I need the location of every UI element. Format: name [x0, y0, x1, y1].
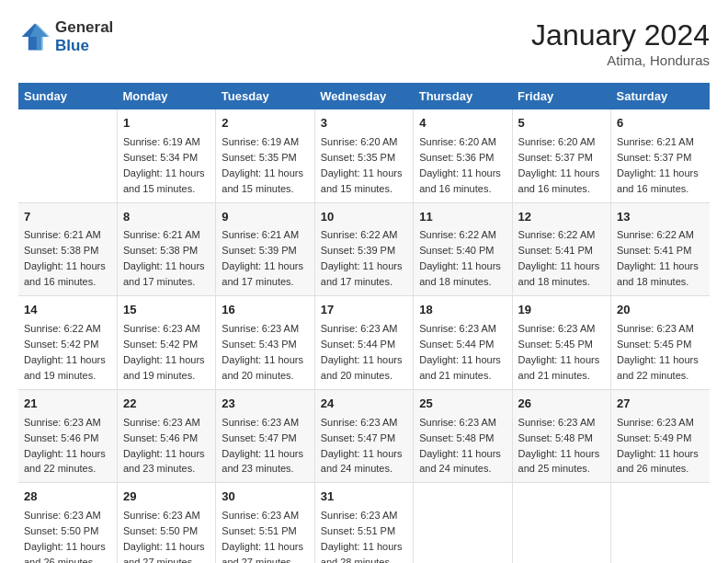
header-row: Sunday Monday Tuesday Wednesday Thursday… — [18, 83, 710, 109]
cell-details: Sunrise: 6:19 AMSunset: 5:35 PMDaylight:… — [222, 136, 303, 194]
cell-details: Sunrise: 6:23 AMSunset: 5:46 PMDaylight:… — [123, 417, 205, 475]
cell-details: Sunrise: 6:23 AMSunset: 5:50 PMDaylight:… — [24, 510, 106, 563]
calendar-cell: 16Sunrise: 6:23 AMSunset: 5:43 PMDayligh… — [216, 296, 314, 390]
day-number: 23 — [222, 396, 308, 413]
calendar-cell: 30Sunrise: 6:23 AMSunset: 5:51 PMDayligh… — [216, 483, 314, 563]
calendar-cell: 3Sunrise: 6:20 AMSunset: 5:35 PMDaylight… — [314, 109, 413, 202]
day-number: 20 — [617, 302, 704, 319]
calendar-cell: 9Sunrise: 6:21 AMSunset: 5:39 PMDaylight… — [216, 202, 314, 296]
calendar-cell: 21Sunrise: 6:23 AMSunset: 5:46 PMDayligh… — [18, 389, 117, 483]
cell-details: Sunrise: 6:22 AMSunset: 5:41 PMDaylight:… — [518, 229, 600, 287]
cell-details: Sunrise: 6:23 AMSunset: 5:47 PMDaylight:… — [222, 417, 303, 475]
calendar-cell: 15Sunrise: 6:23 AMSunset: 5:42 PMDayligh… — [117, 296, 215, 390]
calendar-cell: 28Sunrise: 6:23 AMSunset: 5:50 PMDayligh… — [18, 483, 117, 563]
cell-details: Sunrise: 6:20 AMSunset: 5:35 PMDaylight:… — [321, 136, 403, 194]
cell-details: Sunrise: 6:23 AMSunset: 5:50 PMDaylight:… — [123, 510, 205, 563]
day-number: 27 — [617, 396, 704, 413]
day-number: 4 — [419, 115, 506, 132]
calendar-cell: 10Sunrise: 6:22 AMSunset: 5:39 PMDayligh… — [314, 202, 413, 296]
calendar-cell — [512, 483, 610, 563]
day-number: 18 — [419, 302, 506, 319]
title-block: January 2024 Atima, Honduras — [531, 18, 710, 68]
calendar-row-3: 14Sunrise: 6:22 AMSunset: 5:42 PMDayligh… — [18, 296, 710, 390]
calendar-cell — [611, 483, 710, 563]
calendar-cell: 5Sunrise: 6:20 AMSunset: 5:37 PMDaylight… — [512, 109, 610, 202]
location: Atima, Honduras — [531, 52, 710, 68]
calendar-cell: 14Sunrise: 6:22 AMSunset: 5:42 PMDayligh… — [18, 296, 117, 390]
cell-details: Sunrise: 6:23 AMSunset: 5:49 PMDaylight:… — [617, 417, 699, 475]
calendar-header: Sunday Monday Tuesday Wednesday Thursday… — [18, 83, 710, 109]
calendar-row-1: 1Sunrise: 6:19 AMSunset: 5:34 PMDaylight… — [18, 109, 710, 202]
calendar-cell: 17Sunrise: 6:23 AMSunset: 5:44 PMDayligh… — [314, 296, 413, 390]
day-number: 21 — [24, 396, 111, 413]
day-number: 26 — [518, 396, 605, 413]
cell-details: Sunrise: 6:22 AMSunset: 5:39 PMDaylight:… — [321, 229, 403, 287]
calendar-cell: 12Sunrise: 6:22 AMSunset: 5:41 PMDayligh… — [512, 202, 610, 296]
col-thursday: Thursday — [414, 83, 512, 109]
col-sunday: Sunday — [18, 83, 117, 109]
calendar-row-5: 28Sunrise: 6:23 AMSunset: 5:50 PMDayligh… — [18, 483, 710, 563]
calendar-body: 1Sunrise: 6:19 AMSunset: 5:34 PMDaylight… — [18, 109, 710, 563]
day-number: 25 — [419, 396, 506, 413]
calendar-cell: 8Sunrise: 6:21 AMSunset: 5:38 PMDaylight… — [117, 202, 215, 296]
day-number: 30 — [222, 488, 308, 506]
cell-details: Sunrise: 6:23 AMSunset: 5:46 PMDaylight:… — [24, 417, 106, 475]
calendar-cell: 4Sunrise: 6:20 AMSunset: 5:36 PMDaylight… — [414, 109, 512, 202]
cell-details: Sunrise: 6:21 AMSunset: 5:38 PMDaylight:… — [123, 229, 205, 287]
calendar-cell: 2Sunrise: 6:19 AMSunset: 5:35 PMDaylight… — [216, 109, 314, 202]
page-header: General Blue January 2024 Atima, Hondura… — [18, 18, 710, 68]
day-number: 31 — [321, 488, 407, 506]
cell-details: Sunrise: 6:22 AMSunset: 5:40 PMDaylight:… — [419, 229, 501, 287]
cell-details: Sunrise: 6:23 AMSunset: 5:51 PMDaylight:… — [321, 510, 403, 563]
day-number: 19 — [518, 302, 605, 319]
calendar-cell: 31Sunrise: 6:23 AMSunset: 5:51 PMDayligh… — [314, 483, 413, 563]
logo-text: General Blue — [55, 18, 113, 54]
col-friday: Friday — [512, 83, 610, 109]
cell-details: Sunrise: 6:23 AMSunset: 5:42 PMDaylight:… — [123, 323, 205, 381]
day-number: 28 — [24, 488, 111, 506]
cell-details: Sunrise: 6:23 AMSunset: 5:51 PMDaylight:… — [222, 510, 303, 563]
calendar-row-2: 7Sunrise: 6:21 AMSunset: 5:38 PMDaylight… — [18, 202, 710, 296]
calendar-cell: 18Sunrise: 6:23 AMSunset: 5:44 PMDayligh… — [414, 296, 512, 390]
logo-icon — [18, 20, 51, 53]
month-year: January 2024 — [531, 18, 710, 52]
day-number: 22 — [123, 396, 210, 413]
day-number: 6 — [617, 115, 704, 132]
cell-details: Sunrise: 6:21 AMSunset: 5:39 PMDaylight:… — [222, 229, 303, 287]
cell-details: Sunrise: 6:23 AMSunset: 5:44 PMDaylight:… — [419, 323, 501, 381]
day-number: 17 — [321, 302, 407, 319]
cell-details: Sunrise: 6:21 AMSunset: 5:38 PMDaylight:… — [24, 229, 106, 287]
day-number: 7 — [24, 209, 111, 226]
logo-blue: Blue — [55, 37, 89, 54]
calendar-cell — [18, 109, 117, 202]
day-number: 12 — [518, 209, 605, 226]
cell-details: Sunrise: 6:20 AMSunset: 5:36 PMDaylight:… — [419, 136, 501, 194]
calendar-cell: 26Sunrise: 6:23 AMSunset: 5:48 PMDayligh… — [512, 389, 610, 483]
cell-details: Sunrise: 6:19 AMSunset: 5:34 PMDaylight:… — [123, 136, 205, 194]
cell-details: Sunrise: 6:21 AMSunset: 5:37 PMDaylight:… — [617, 136, 699, 194]
day-number: 14 — [24, 302, 111, 319]
day-number: 10 — [321, 209, 407, 226]
day-number: 2 — [222, 115, 308, 132]
col-tuesday: Tuesday — [216, 83, 314, 109]
calendar-table: Sunday Monday Tuesday Wednesday Thursday… — [18, 83, 710, 563]
calendar-row-4: 21Sunrise: 6:23 AMSunset: 5:46 PMDayligh… — [18, 389, 710, 483]
cell-details: Sunrise: 6:23 AMSunset: 5:45 PMDaylight:… — [518, 323, 600, 381]
logo-general: General — [55, 18, 113, 36]
col-monday: Monday — [117, 83, 215, 109]
calendar-cell: 23Sunrise: 6:23 AMSunset: 5:47 PMDayligh… — [216, 389, 314, 483]
day-number: 16 — [222, 302, 308, 319]
day-number: 8 — [123, 209, 210, 226]
day-number: 3 — [321, 115, 407, 132]
cell-details: Sunrise: 6:23 AMSunset: 5:45 PMDaylight:… — [617, 323, 699, 381]
calendar-cell: 13Sunrise: 6:22 AMSunset: 5:41 PMDayligh… — [611, 202, 710, 296]
col-wednesday: Wednesday — [314, 83, 413, 109]
day-number: 1 — [123, 115, 210, 132]
day-number: 11 — [419, 209, 506, 226]
day-number: 29 — [123, 488, 210, 506]
day-number: 24 — [321, 396, 407, 413]
calendar-cell: 7Sunrise: 6:21 AMSunset: 5:38 PMDaylight… — [18, 202, 117, 296]
day-number: 5 — [518, 115, 605, 132]
cell-details: Sunrise: 6:23 AMSunset: 5:48 PMDaylight:… — [518, 417, 600, 475]
calendar-cell: 24Sunrise: 6:23 AMSunset: 5:47 PMDayligh… — [314, 389, 413, 483]
